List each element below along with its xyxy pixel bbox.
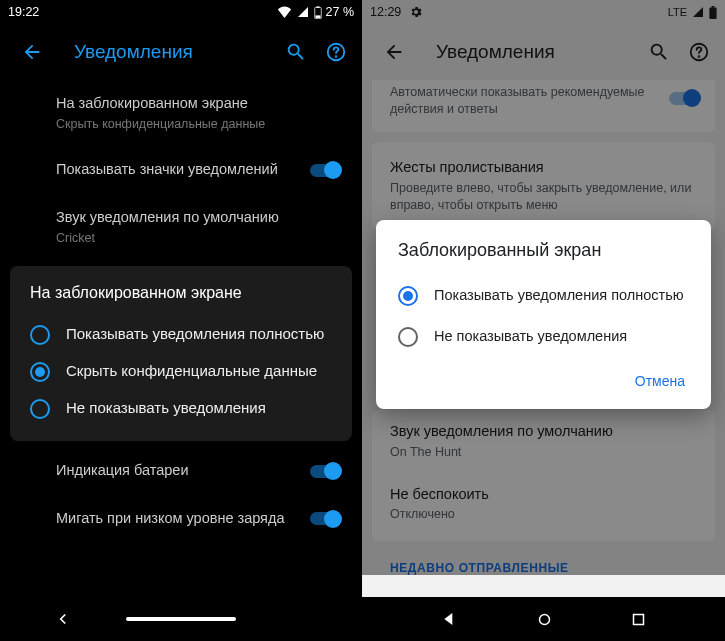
search-icon	[285, 41, 307, 63]
radio-option-3[interactable]: Не показывать уведомления	[30, 390, 332, 427]
radio-option-1[interactable]: Показывать уведомления полностью	[398, 275, 689, 316]
radio-option-2[interactable]: Скрыть конфиденциальные данные	[30, 353, 332, 390]
battery-percent: 27 %	[326, 5, 355, 19]
radio-label: Не показывать уведомления	[66, 398, 266, 418]
arrow-back-icon	[21, 41, 43, 63]
settings-list-lower: Индикация батареи Мигать при низком уров…	[0, 447, 362, 542]
dialog-title: На заблокированном экране	[30, 284, 332, 302]
dialog-actions: Отмена	[398, 365, 689, 397]
help-button[interactable]	[316, 32, 356, 72]
setting-lockscreen[interactable]: На заблокированном экране Скрыть конфиде…	[56, 80, 342, 146]
navbar	[0, 597, 362, 641]
phone-light: 12:29 LTE Уведомления Автоматически	[362, 0, 725, 641]
radio-label: Скрыть конфиденциальные данные	[66, 361, 317, 381]
status-time: 19:22	[8, 5, 39, 19]
page-title: Уведомления	[74, 41, 276, 63]
search-button[interactable]	[276, 32, 316, 72]
toggle-badges[interactable]	[308, 160, 342, 180]
battery-icon	[314, 6, 322, 19]
setting-sound[interactable]: Звук уведомления по умолчанию Cricket	[56, 194, 342, 260]
svg-point-4	[336, 56, 337, 57]
svg-rect-10	[633, 614, 643, 624]
signal-icon	[296, 6, 310, 18]
status-icons: 27 %	[277, 5, 355, 19]
svg-point-9	[539, 614, 549, 624]
header: Уведомления	[0, 24, 362, 80]
nav-home-pill[interactable]	[126, 617, 236, 622]
settings-list: На заблокированном экране Скрыть конфиде…	[0, 80, 362, 260]
svg-rect-1	[316, 6, 319, 7]
setting-title: Звук уведомления по умолчанию	[56, 208, 342, 228]
help-icon	[325, 41, 347, 63]
radio-label: Показывать уведомления полностью	[434, 286, 684, 306]
setting-title: На заблокированном экране	[56, 94, 342, 114]
navbar	[362, 597, 725, 641]
radio-label: Показывать уведомления полностью	[66, 324, 324, 344]
setting-blink-low[interactable]: Мигать при низком уровне заряда	[56, 495, 342, 543]
toggle-blink[interactable]	[308, 509, 342, 529]
lockscreen-dialog: На заблокированном экране Показывать уве…	[10, 266, 352, 441]
radio-icon	[30, 399, 50, 419]
setting-title: Показывать значки уведомлений	[56, 160, 298, 180]
setting-badges[interactable]: Показывать значки уведомлений	[56, 146, 342, 194]
toggle-battery[interactable]	[308, 461, 342, 481]
nav-back-icon[interactable]	[54, 610, 72, 628]
setting-title: Индикация батареи	[56, 461, 298, 481]
nav-back-icon[interactable]	[441, 611, 457, 627]
back-button[interactable]	[12, 32, 52, 72]
dialog-title: Заблокированный экран	[398, 240, 689, 261]
setting-subtitle: Cricket	[56, 230, 342, 247]
nav-home-icon[interactable]	[537, 612, 552, 627]
radio-option-1[interactable]: Показывать уведомления полностью	[30, 316, 332, 353]
setting-battery-indicator[interactable]: Индикация батареи	[56, 447, 342, 495]
setting-subtitle: Скрыть конфиденциальные данные	[56, 116, 342, 133]
radio-icon	[398, 327, 418, 347]
setting-title: Мигать при низком уровне заряда	[56, 509, 298, 529]
wifi-icon	[277, 6, 292, 18]
phone-dark: 19:22 27 % Уведомления На заблокированно…	[0, 0, 362, 641]
svg-rect-2	[315, 15, 320, 18]
cancel-button[interactable]: Отмена	[631, 365, 689, 397]
lockscreen-dialog: Заблокированный экран Показывать уведомл…	[376, 220, 711, 409]
radio-label: Не показывать уведомления	[434, 327, 627, 347]
radio-icon	[398, 286, 418, 306]
radio-option-2[interactable]: Не показывать уведомления	[398, 316, 689, 357]
radio-icon	[30, 362, 50, 382]
radio-icon	[30, 325, 50, 345]
status-bar: 19:22 27 %	[0, 0, 362, 24]
nav-recent-icon[interactable]	[631, 612, 646, 627]
